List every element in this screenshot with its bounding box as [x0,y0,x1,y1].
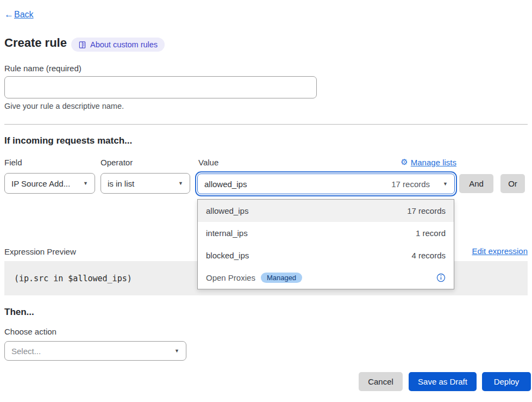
operator-select-value: is in list [108,179,134,188]
chevron-down-icon: ▼ [173,181,183,186]
action-select[interactable]: Select... ▼ [4,341,186,361]
about-custom-rules-link[interactable]: About custom rules [71,38,165,52]
value-select[interactable]: allowed_ips 17 records ▼ [197,174,455,194]
list-record-count: 17 records [407,206,446,215]
expression-preview-label: Expression Preview [4,247,76,256]
back-link[interactable]: ←Back [4,9,34,20]
field-select[interactable]: IP Source Add... ▼ [4,173,95,194]
match-section-heading: If incoming requests match... [4,135,132,146]
info-icon[interactable] [436,273,446,282]
deploy-button[interactable]: Deploy [482,372,531,391]
section-divider [4,124,528,125]
back-arrow-icon: ← [4,9,14,20]
dropdown-option-blocked-ips[interactable]: blocked_ips 4 records [198,244,454,267]
operator-select[interactable]: is in list ▼ [101,173,190,194]
edit-expression-link[interactable]: Edit expression [472,246,528,256]
dropdown-option-allowed-ips[interactable]: allowed_ips 17 records [198,200,454,222]
cancel-button[interactable]: Cancel [359,372,403,391]
field-select-value: IP Source Add... [11,179,70,188]
back-link-label: Back [14,10,34,20]
expression-code: (ip.src in $allowed_ips) [14,274,132,283]
value-column-label: Value [198,158,218,167]
manage-lists-label: Manage lists [411,158,456,167]
dropdown-option-open-proxies[interactable]: Open Proxies Managed [198,267,454,289]
choose-action-label: Choose action [4,327,57,336]
value-select-value: allowed_ips [204,180,247,189]
about-custom-rules-label: About custom rules [90,40,158,49]
manage-lists-link[interactable]: ⚙ Manage lists [400,157,456,167]
dropdown-option-internal-ips[interactable]: internal_ips 1 record [198,222,454,244]
rule-name-input[interactable] [4,76,317,98]
list-name: Open Proxies [206,273,255,282]
rule-name-label: Rule name (required) [4,64,82,73]
save-as-draft-button[interactable]: Save as Draft [409,372,477,391]
list-name: allowed_ips [206,206,248,215]
list-name: internal_ips [206,228,248,238]
field-column-label: Field [4,158,22,167]
chevron-down-icon: ▼ [78,181,88,186]
chevron-down-icon: ▼ [437,181,448,187]
page-title: Create rule [4,36,67,50]
list-name: blocked_ips [206,251,249,260]
book-icon [78,41,86,49]
value-select-record-count: 17 records [391,180,430,189]
then-section-heading: Then... [4,307,34,318]
or-button[interactable]: Or [500,174,525,193]
list-record-count: 4 records [411,251,446,260]
gear-icon: ⚙ [400,157,408,167]
create-rule-page: ←Back Create rule About custom rules Rul… [0,0,532,402]
list-record-count: 1 record [416,228,446,238]
and-button[interactable]: And [459,174,493,193]
action-select-placeholder: Select... [11,347,41,356]
chevron-down-icon: ▼ [169,348,179,354]
rule-name-help-text: Give your rule a descriptive name. [4,102,124,110]
managed-badge: Managed [261,273,302,283]
operator-column-label: Operator [101,158,133,167]
value-dropdown-panel: allowed_ips 17 records internal_ips 1 re… [197,199,454,289]
